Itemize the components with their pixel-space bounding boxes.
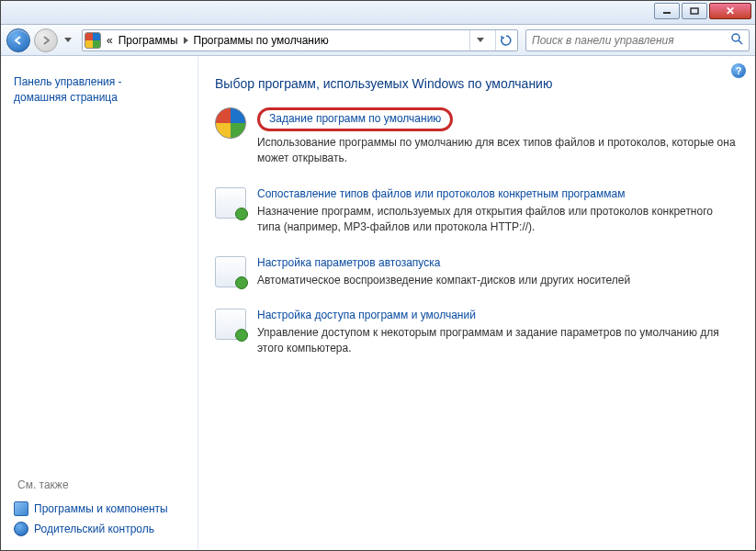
minimize-button[interactable] — [654, 3, 680, 19]
search-input[interactable] — [532, 34, 730, 47]
option-set-default-programs: Задание программ по умолчанию Использова… — [215, 107, 737, 167]
main-body: Панель управления - домашняя страница См… — [1, 56, 755, 550]
sidebar-head-line1: Панель управления - — [14, 75, 122, 88]
breadcrumb-programs[interactable]: Программы — [118, 34, 178, 47]
svg-line-3 — [739, 40, 742, 44]
link-program-access[interactable]: Настройка доступа программ и умолчаний — [257, 309, 476, 321]
link-set-default-programs[interactable]: Задание программ по умолчанию — [269, 112, 441, 125]
svg-rect-1 — [691, 8, 698, 14]
maximize-button[interactable] — [682, 3, 707, 19]
option-program-access: Настройка доступа программ и умолчаний У… — [215, 309, 737, 357]
breadcrumb-default-programs[interactable]: Программы по умолчанию — [194, 34, 329, 47]
desc-set-default: Использование программы по умолчанию для… — [257, 135, 737, 167]
option-autoplay: Настройка параметров автозапуска Автомат… — [215, 256, 737, 288]
refresh-button[interactable] — [495, 30, 515, 51]
desc-autoplay: Автоматическое воспроизведение компакт-д… — [257, 273, 737, 288]
content-pane: ? Выбор программ, используемых Windows п… — [198, 56, 755, 550]
option-associate-filetypes: Сопоставление типов файлов или протоколо… — [215, 187, 737, 236]
sidebar-see-also-label: См. также — [17, 478, 190, 491]
sidebar-home-link[interactable]: Панель управления - домашняя страница — [14, 74, 190, 106]
sidebar-link-parental-controls[interactable]: Родительский контроль — [14, 519, 190, 539]
window-titlebar: ✕ — [1, 1, 755, 25]
desc-associate: Назначение программ, используемых для от… — [257, 204, 737, 236]
nav-history-dropdown[interactable] — [62, 31, 74, 50]
svg-point-2 — [732, 34, 739, 41]
search-box[interactable] — [525, 29, 750, 51]
address-bar[interactable]: « Программы Программы по умолчанию — [82, 29, 518, 51]
programs-icon — [14, 501, 28, 516]
desc-program-access: Управление доступом к некоторым программ… — [257, 325, 737, 357]
breadcrumb-arrow-icon — [184, 37, 188, 44]
close-button[interactable]: ✕ — [709, 3, 751, 19]
autoplay-icon — [215, 256, 246, 287]
link-autoplay[interactable]: Настройка параметров автозапуска — [257, 256, 440, 269]
program-access-icon — [215, 309, 246, 340]
back-button[interactable] — [6, 28, 30, 52]
sidebar-link-programs-features[interactable]: Программы и компоненты — [14, 499, 190, 519]
sidebar: Панель управления - домашняя страница См… — [1, 56, 198, 550]
control-panel-icon — [85, 32, 101, 49]
breadcrumb-prefix: « — [107, 34, 113, 47]
highlight-callout: Задание программ по умолчанию — [257, 107, 453, 131]
address-dropdown-button[interactable] — [469, 30, 490, 51]
sidebar-link-parental-label: Родительский контроль — [34, 523, 154, 535]
chevron-down-icon — [64, 38, 72, 42]
sidebar-link-programs-label: Программы и компоненты — [34, 502, 168, 515]
associate-icon — [215, 187, 246, 219]
search-icon[interactable] — [730, 32, 743, 48]
set-default-icon — [215, 107, 246, 139]
help-icon: ? — [736, 65, 742, 76]
close-icon: ✕ — [726, 6, 735, 17]
chevron-down-icon — [477, 38, 484, 42]
forward-button[interactable] — [34, 28, 58, 52]
parental-icon — [14, 522, 28, 536]
page-title: Выбор программ, используемых Windows по … — [215, 76, 737, 91]
sidebar-head-line2: домашняя страница — [14, 91, 118, 104]
link-associate-filetypes[interactable]: Сопоставление типов файлов или протоколо… — [257, 187, 625, 200]
help-button[interactable]: ? — [731, 63, 746, 78]
navigation-toolbar: « Программы Программы по умолчанию — [1, 25, 755, 56]
